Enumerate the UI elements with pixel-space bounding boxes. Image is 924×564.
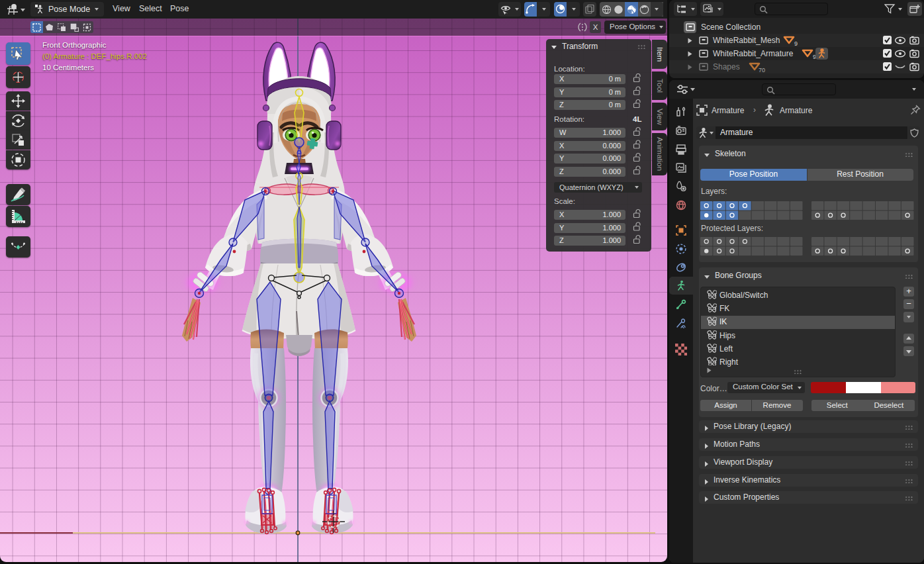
svg-text:70: 70 <box>759 67 765 73</box>
svg-text:9: 9 <box>794 40 798 47</box>
